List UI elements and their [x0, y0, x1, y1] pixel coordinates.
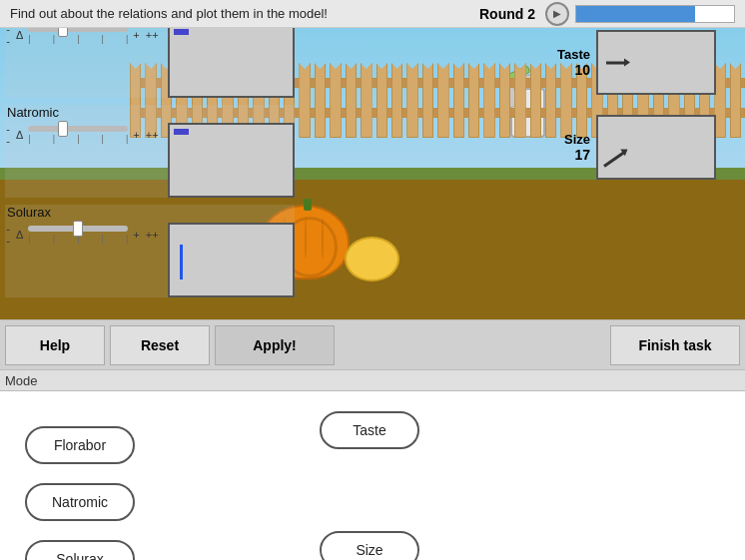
size-indicator	[603, 151, 625, 168]
natromic-label: Natromic	[5, 105, 295, 120]
natromic-ticks: |||||	[28, 134, 128, 144]
solurax-plus[interactable]: +	[132, 229, 140, 241]
taste-node[interactable]: Taste	[320, 411, 419, 449]
florabor-display-marker	[174, 29, 189, 35]
florabor-node[interactable]: Florabor	[25, 426, 135, 464]
header-round: Round 2	[479, 6, 535, 22]
section-label: Mode	[5, 373, 38, 388]
taste-output-row: Taste 10	[540, 30, 740, 95]
florabor-row: -- Δ ||||| + ++	[5, 23, 295, 98]
florabor-plus-plus[interactable]: ++	[145, 29, 160, 41]
size-label: Size	[540, 132, 590, 147]
fence-plank	[453, 63, 464, 138]
solurax-label: Solurax	[5, 205, 295, 220]
natromic-row: -- Δ ||||| + ++	[5, 123, 295, 198]
florabor-delta[interactable]: Δ	[15, 29, 24, 41]
florabor-plus[interactable]: +	[132, 29, 140, 41]
size-display-box	[596, 115, 716, 180]
solurax-slider-area: -- Δ ||||| + ++	[5, 223, 160, 251]
taste-indicator	[606, 61, 626, 64]
taste-display-box	[596, 30, 716, 95]
fence-plank	[361, 63, 372, 138]
pumpkin-rib	[305, 218, 307, 261]
solurax-display	[168, 223, 295, 297]
fence-plank	[346, 63, 357, 138]
fence-plank	[406, 63, 417, 138]
fence-plank	[391, 63, 402, 138]
section-divider: Mode	[0, 369, 745, 391]
bottom-section: Florabor Natromic Solurax Taste Size	[0, 391, 745, 560]
florabor-display	[168, 23, 295, 98]
fence-plank	[315, 63, 326, 138]
solurax-node[interactable]: Solurax	[25, 540, 135, 560]
fence-plank	[330, 63, 341, 138]
solurax-slider-track[interactable]	[28, 226, 128, 232]
natromic-track: |||||	[28, 126, 128, 144]
natromic-minus-minus[interactable]: --	[5, 123, 11, 147]
solurax-plus-plus[interactable]: ++	[145, 229, 160, 241]
fence-plank	[499, 63, 510, 138]
natromic-slider-row: -- Δ ||||| + ++	[5, 123, 160, 147]
natromic-delta[interactable]: Δ	[15, 129, 24, 141]
florabor-ticks: |||||	[28, 34, 128, 44]
natromic-slider-track[interactable]	[28, 126, 128, 132]
progress-bar-fill	[576, 6, 695, 22]
natromic-plus[interactable]: +	[132, 129, 140, 141]
solurax-display-bar	[180, 245, 183, 280]
solurax-minus-minus[interactable]: --	[5, 223, 11, 247]
pumpkin-rib	[322, 218, 324, 261]
solurax-track: |||||	[28, 226, 128, 244]
solurax-slider-row: -- Δ ||||| + ++	[5, 223, 160, 247]
header-bar: Find out about the relations and plot th…	[0, 0, 745, 28]
controls-overlay: Florabor -- Δ |||||	[0, 0, 300, 369]
pumpkin-small	[345, 237, 399, 281]
natromic-display	[168, 123, 295, 198]
fence-plank	[468, 63, 479, 138]
solurax-delta[interactable]: Δ	[15, 229, 24, 241]
taste-label: Taste	[540, 47, 590, 62]
natromic-display-marker	[174, 129, 189, 135]
size-output-row: Size 17	[540, 115, 740, 180]
solurax-row: -- Δ ||||| + ++	[5, 223, 295, 297]
natromic-thumb[interactable]	[58, 121, 68, 137]
progress-icon: ▶	[545, 2, 569, 26]
natromic-plus-plus[interactable]: ++	[145, 129, 160, 141]
taste-value: 10	[540, 62, 590, 78]
progress-bar-container	[575, 5, 735, 23]
output-overlay: Taste 10 Size 17	[540, 30, 740, 200]
header-instruction: Find out about the relations and plot th…	[10, 6, 479, 21]
natromic-node[interactable]: Natromic	[25, 483, 135, 521]
natromic-slider-area: -- Δ ||||| + ++	[5, 123, 160, 151]
solurax-thumb[interactable]	[73, 221, 83, 237]
size-node[interactable]: Size	[320, 531, 419, 560]
fence-plank	[422, 63, 433, 138]
fence-plank	[437, 63, 448, 138]
fence-plank	[483, 63, 494, 138]
size-value: 17	[540, 147, 590, 163]
top-section: Find out about the relations and plot th…	[0, 0, 745, 369]
solurax-control: Solurax -- Δ |||||	[5, 205, 295, 297]
fence-plank	[299, 63, 310, 138]
fence-plank	[376, 63, 387, 138]
florabor-track: |||||	[28, 26, 128, 44]
fence-plank	[514, 63, 525, 138]
finish-button[interactable]: Finish task	[610, 325, 740, 365]
natromic-control: Natromic -- Δ |||||	[5, 105, 295, 198]
taste-label-group: Taste 10	[540, 47, 590, 78]
size-label-group: Size 17	[540, 132, 590, 163]
